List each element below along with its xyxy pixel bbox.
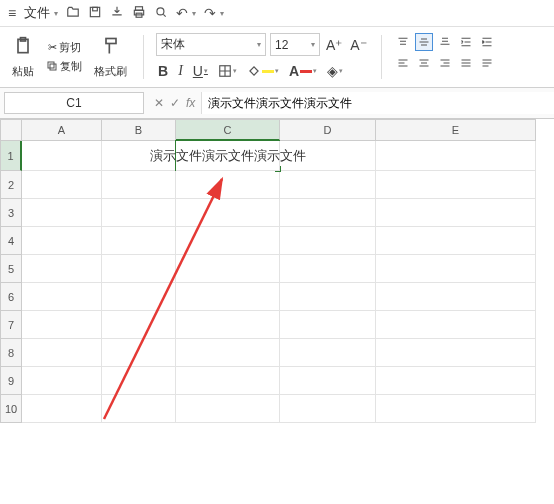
justify-button[interactable]: [457, 54, 475, 72]
cell[interactable]: [102, 199, 176, 227]
cell[interactable]: [102, 283, 176, 311]
col-header-B[interactable]: B: [102, 119, 176, 141]
row-header-2[interactable]: 2: [0, 171, 22, 199]
increase-indent-button[interactable]: [478, 33, 496, 51]
row-header-4[interactable]: 4: [0, 227, 22, 255]
export-icon[interactable]: [110, 5, 124, 22]
italic-button[interactable]: I: [176, 62, 185, 80]
fill-color-button[interactable]: ▾: [245, 63, 281, 79]
cell[interactable]: [22, 199, 102, 227]
cell[interactable]: [376, 171, 536, 199]
row-header-10[interactable]: 10: [0, 395, 22, 423]
cell[interactable]: [176, 199, 280, 227]
cell[interactable]: [280, 311, 376, 339]
cell[interactable]: [376, 395, 536, 423]
name-box[interactable]: C1: [4, 92, 144, 114]
cell[interactable]: [280, 227, 376, 255]
cell[interactable]: [280, 255, 376, 283]
cell[interactable]: [22, 255, 102, 283]
menu-icon[interactable]: ≡: [8, 5, 16, 21]
cell[interactable]: [102, 255, 176, 283]
col-header-C[interactable]: C: [176, 119, 280, 141]
cell[interactable]: [376, 367, 536, 395]
formula-input[interactable]: [201, 92, 554, 114]
row-header-5[interactable]: 5: [0, 255, 22, 283]
cell[interactable]: [280, 283, 376, 311]
cell[interactable]: [176, 283, 280, 311]
cell[interactable]: [22, 227, 102, 255]
cell[interactable]: [22, 339, 102, 367]
align-right-button[interactable]: [436, 54, 454, 72]
cell[interactable]: [376, 339, 536, 367]
preview-icon[interactable]: [154, 5, 168, 22]
cell[interactable]: [176, 255, 280, 283]
decrease-font-button[interactable]: A⁻: [348, 33, 368, 56]
open-icon[interactable]: [66, 5, 80, 22]
file-menu[interactable]: 文件: [24, 4, 50, 22]
row-header-1[interactable]: 1: [0, 141, 22, 171]
decrease-indent-button[interactable]: [457, 33, 475, 51]
col-header-E[interactable]: E: [376, 119, 536, 141]
row-header-7[interactable]: 7: [0, 311, 22, 339]
align-middle-button[interactable]: [415, 33, 433, 51]
cell[interactable]: [22, 171, 102, 199]
cell[interactable]: [376, 255, 536, 283]
cell[interactable]: [280, 171, 376, 199]
cell[interactable]: [22, 395, 102, 423]
cell[interactable]: [280, 199, 376, 227]
border-button[interactable]: ▾: [216, 63, 239, 79]
align-top-button[interactable]: [394, 33, 412, 51]
undo-dropdown-icon[interactable]: ▾: [192, 9, 196, 18]
cut-button[interactable]: ✂剪切: [46, 39, 83, 56]
redo-dropdown-icon[interactable]: ▾: [220, 9, 224, 18]
cell[interactable]: [376, 283, 536, 311]
cell[interactable]: [176, 395, 280, 423]
cell[interactable]: [176, 339, 280, 367]
cell[interactable]: [176, 367, 280, 395]
cell-grid[interactable]: 演示文件演示文件演示文件: [22, 141, 536, 423]
cell[interactable]: [22, 367, 102, 395]
align-bottom-button[interactable]: [436, 33, 454, 51]
font-size-select[interactable]: 12▾: [270, 33, 320, 56]
align-center-button[interactable]: [415, 54, 433, 72]
paste-button[interactable]: 粘贴: [8, 33, 38, 81]
bold-button[interactable]: B: [156, 62, 170, 80]
cell[interactable]: [22, 283, 102, 311]
cell[interactable]: [176, 311, 280, 339]
copy-button[interactable]: 复制: [44, 58, 84, 75]
cell[interactable]: [102, 367, 176, 395]
cell[interactable]: [102, 339, 176, 367]
cell[interactable]: [176, 171, 280, 199]
undo-icon[interactable]: ↶: [176, 5, 188, 21]
font-name-select[interactable]: 宋体▾: [156, 33, 266, 56]
cell[interactable]: [102, 227, 176, 255]
underline-button[interactable]: U▾: [191, 62, 210, 80]
row-header-3[interactable]: 3: [0, 199, 22, 227]
cell[interactable]: [280, 367, 376, 395]
redo-icon[interactable]: ↷: [204, 5, 216, 21]
increase-font-button[interactable]: A⁺: [324, 33, 344, 56]
cell[interactable]: [376, 141, 536, 171]
cell[interactable]: [376, 311, 536, 339]
cell[interactable]: [176, 227, 280, 255]
cell[interactable]: [280, 339, 376, 367]
align-left-button[interactable]: [394, 54, 412, 72]
fx-icon[interactable]: fx: [186, 96, 195, 110]
font-color-button[interactable]: A▾: [287, 62, 319, 80]
cancel-icon[interactable]: ✕: [154, 96, 164, 110]
cell[interactable]: [376, 199, 536, 227]
cell[interactable]: [22, 311, 102, 339]
row-header-8[interactable]: 8: [0, 339, 22, 367]
cell[interactable]: [102, 311, 176, 339]
col-header-A[interactable]: A: [22, 119, 102, 141]
distribute-button[interactable]: [478, 54, 496, 72]
row-header-6[interactable]: 6: [0, 283, 22, 311]
cell[interactable]: [376, 227, 536, 255]
print-icon[interactable]: [132, 5, 146, 22]
cell[interactable]: [102, 395, 176, 423]
format-painter-button[interactable]: 格式刷: [90, 33, 131, 81]
cell[interactable]: [22, 141, 102, 171]
effects-button[interactable]: ◈▾: [325, 62, 345, 80]
save-icon[interactable]: [88, 5, 102, 22]
cell-C1[interactable]: 演示文件演示文件演示文件: [176, 141, 280, 171]
